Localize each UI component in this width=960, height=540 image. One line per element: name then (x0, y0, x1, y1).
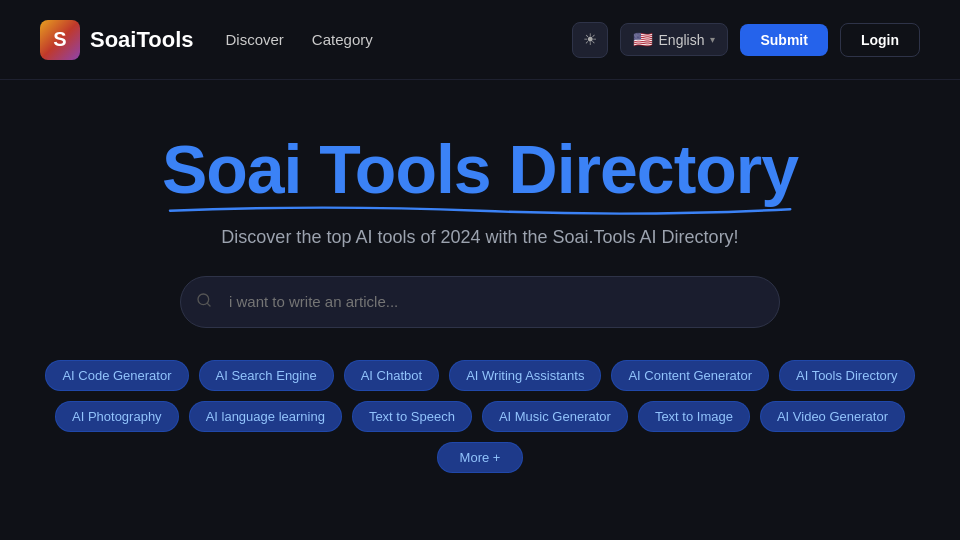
tag-ai-language-learning[interactable]: AI language learning (189, 401, 342, 432)
nav-left: S SoaiTools Discover Category (40, 20, 373, 60)
submit-button[interactable]: Submit (740, 24, 827, 56)
tag-ai-chatbot[interactable]: AI Chatbot (344, 360, 439, 391)
tag-text-to-image[interactable]: Text to Image (638, 401, 750, 432)
search-icon (196, 292, 212, 312)
navbar: S SoaiTools Discover Category ☀ 🇺🇸 Engli… (0, 0, 960, 80)
search-bar (180, 276, 780, 328)
search-input[interactable] (180, 276, 780, 328)
hero-subtitle: Discover the top AI tools of 2024 with t… (221, 227, 738, 248)
chevron-down-icon: ▾ (710, 34, 715, 45)
tags-container: AI Code GeneratorAI Search EngineAI Chat… (45, 360, 914, 473)
nav-links: Discover Category (226, 31, 373, 48)
tag-ai-writing-assistants[interactable]: AI Writing Assistants (449, 360, 601, 391)
title-underline-decoration (162, 201, 798, 219)
tag-ai-code-generator[interactable]: AI Code Generator (45, 360, 188, 391)
svg-line-1 (207, 303, 210, 306)
more-button[interactable]: More + (437, 442, 524, 473)
logo-text: SoaiTools (90, 27, 194, 53)
nav-discover[interactable]: Discover (226, 31, 284, 48)
logo-icon: S (40, 20, 80, 60)
tag-text-to-speech[interactable]: Text to Speech (352, 401, 472, 432)
tag-ai-search-engine[interactable]: AI Search Engine (199, 360, 334, 391)
tag-ai-tools-directory[interactable]: AI Tools Directory (779, 360, 915, 391)
tag-ai-content-generator[interactable]: AI Content Generator (611, 360, 769, 391)
hero-title-text: Soai Tools Directory (162, 132, 798, 207)
logo[interactable]: S SoaiTools (40, 20, 194, 60)
tags-row-2: AI PhotographyAI language learningText t… (55, 401, 905, 432)
hero-section: Soai Tools Directory Discover the top AI… (0, 80, 960, 473)
language-label: English (659, 32, 705, 48)
tag-ai-music-generator[interactable]: AI Music Generator (482, 401, 628, 432)
tag-ai-video-generator[interactable]: AI Video Generator (760, 401, 905, 432)
tags-row-more: More + (437, 442, 524, 473)
tag-ai-photography[interactable]: AI Photography (55, 401, 179, 432)
nav-right: ☀ 🇺🇸 English ▾ Submit Login (572, 22, 920, 58)
flag-icon: 🇺🇸 (633, 30, 653, 49)
tags-row-1: AI Code GeneratorAI Search EngineAI Chat… (45, 360, 914, 391)
login-button[interactable]: Login (840, 23, 920, 57)
sun-icon: ☀ (583, 30, 597, 49)
hero-title: Soai Tools Directory (162, 132, 798, 207)
nav-category[interactable]: Category (312, 31, 373, 48)
language-selector[interactable]: 🇺🇸 English ▾ (620, 23, 729, 56)
theme-toggle-button[interactable]: ☀ (572, 22, 608, 58)
